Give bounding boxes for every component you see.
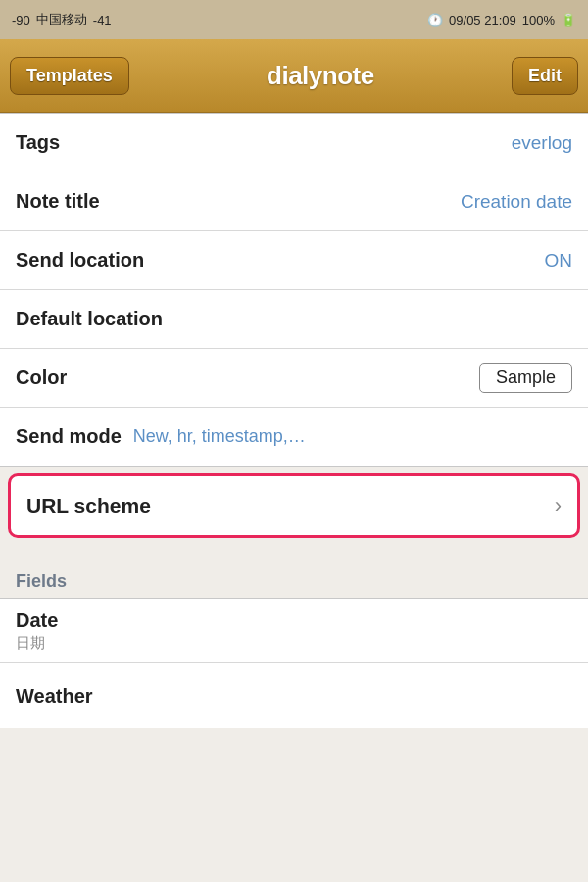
signal-text: -90 [12, 13, 30, 27]
chevron-right-icon: › [555, 493, 562, 518]
carrier-text: 中国移动 [36, 11, 87, 28]
date-field-subtitle: 日期 [16, 634, 572, 653]
battery-text: 100% [522, 13, 555, 27]
note-title-value: Creation date [461, 191, 572, 213]
send-location-label: Send location [16, 249, 144, 271]
default-location-row[interactable]: Default location [0, 290, 588, 349]
send-mode-label: Send mode [16, 425, 122, 448]
weather-field-row[interactable]: Weather [0, 663, 588, 728]
color-label: Color [16, 367, 67, 389]
content-area: Tags everlog Note title Creation date Se… [0, 113, 588, 728]
status-signal: -90 中国移动 -41 [12, 11, 112, 28]
date-field-title: Date [16, 610, 572, 632]
send-location-value: ON [545, 250, 573, 271]
time-text: 09/05 21:09 [449, 13, 516, 27]
tags-value: everlog [512, 132, 572, 154]
status-bar: -90 中国移动 -41 🕐 09/05 21:09 100% 🔋 [0, 0, 588, 39]
tags-row[interactable]: Tags everlog [0, 114, 588, 172]
status-right: 🕐 09/05 21:09 100% 🔋 [427, 13, 576, 27]
fields-table: Date 日期 Weather [0, 598, 588, 728]
url-scheme-row[interactable]: URL scheme › [8, 473, 580, 538]
edit-button[interactable]: Edit [512, 57, 578, 95]
sample-button[interactable]: Sample [479, 363, 572, 393]
note-title-row[interactable]: Note title Creation date [0, 172, 588, 231]
url-scheme-label: URL scheme [26, 494, 151, 517]
send-mode-value: New, hr, timestamp,… [133, 426, 306, 447]
send-location-row[interactable]: Send location ON [0, 231, 588, 290]
clock-icon: 🕐 [427, 13, 443, 27]
weather-field-title: Weather [16, 685, 572, 708]
nav-bar: Templates dialynote Edit [0, 39, 588, 113]
back-button[interactable]: Templates [10, 57, 129, 95]
signal2-text: -41 [93, 13, 112, 27]
battery-icon: 🔋 [561, 13, 576, 27]
send-mode-row[interactable]: Send mode New, hr, timestamp,… [0, 408, 588, 466]
date-field-row[interactable]: Date 日期 [0, 599, 588, 663]
settings-table: Tags everlog Note title Creation date Se… [0, 113, 588, 467]
note-title-label: Note title [16, 190, 100, 213]
nav-title: dialynote [267, 61, 374, 91]
tags-label: Tags [16, 131, 60, 154]
fields-section-header: Fields [0, 554, 588, 598]
section-gap [0, 544, 588, 554]
color-row[interactable]: Color Sample [0, 349, 588, 408]
default-location-label: Default location [16, 308, 163, 330]
